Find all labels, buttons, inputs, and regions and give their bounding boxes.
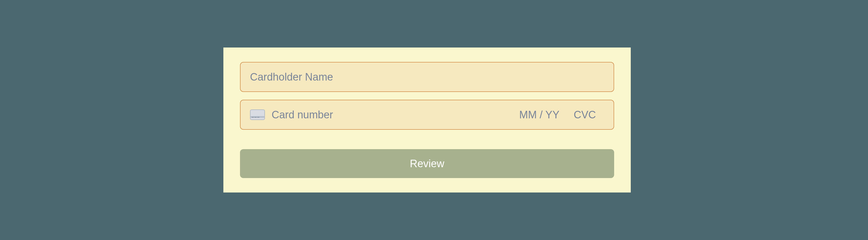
- card-details-row: [240, 100, 614, 130]
- card-expiry-input[interactable]: [512, 109, 567, 121]
- credit-card-icon: [250, 109, 265, 120]
- payment-form-card: Review: [223, 48, 631, 192]
- card-number-input[interactable]: [272, 109, 505, 121]
- svg-rect-4: [257, 117, 259, 118]
- svg-rect-2: [252, 117, 254, 118]
- card-cvc-input[interactable]: [574, 109, 604, 121]
- cardholder-name-input[interactable]: [240, 62, 614, 92]
- review-button[interactable]: Review: [240, 149, 614, 178]
- svg-rect-0: [250, 110, 265, 120]
- svg-rect-3: [254, 117, 257, 118]
